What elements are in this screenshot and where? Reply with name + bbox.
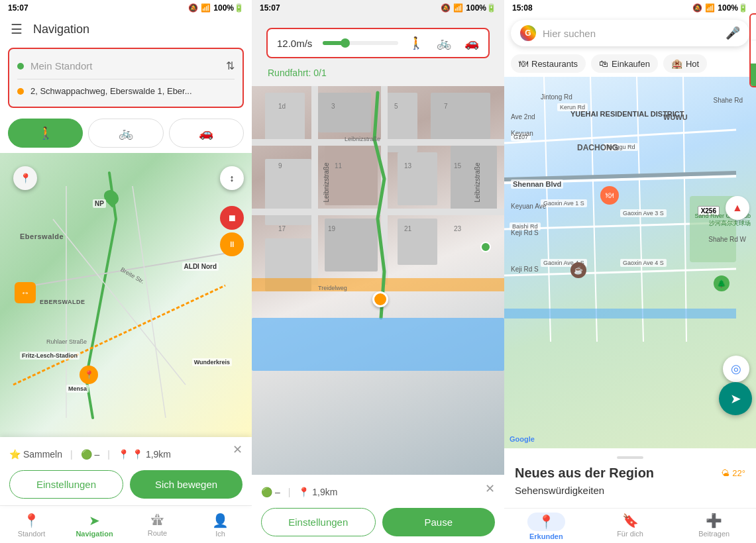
nav-item-erkunden[interactable]: 📍 Erkunden (504, 513, 588, 540)
ave2nd-label: Ave 2nd (511, 113, 535, 121)
nav-item-navigation[interactable]: ➤ Navigation (63, 510, 126, 540)
car-mode-btn[interactable]: 🚗 (169, 119, 244, 148)
category-chips: 🍽 Restaurants 🛍 Einkaufen 🏨 Hot (504, 50, 756, 77)
nav-item-ich[interactable]: 👤 Ich (189, 510, 252, 540)
num-17: 17 (278, 225, 286, 232)
svg-rect-21 (252, 318, 504, 371)
map-area-1[interactable]: 📍 ↕ ⏹ ⏸ 📍 ↔ Eberswalde EBERSWALDE Breite… (0, 153, 252, 437)
svg-rect-17 (381, 86, 388, 285)
svg-line-3 (133, 186, 166, 418)
walk-mode-btn[interactable]: 🚶 (8, 119, 83, 148)
side-btn-up[interactable]: ⌃ (751, 15, 756, 40)
compass-btn[interactable]: ▲ (726, 196, 749, 220)
pause-btn-map[interactable]: ⏸ (220, 232, 244, 256)
beitragen-label: Beitragen (698, 530, 729, 538)
time-3: 15:08 (512, 3, 533, 13)
search-area: Mein Standort ⇅ 2, Schwappachweg, Ebersw… (8, 48, 244, 108)
map-area-2[interactable]: Leibnizstraße Leibnizstraße Leibnizstraß… (252, 86, 504, 475)
search-placeholder-3[interactable]: Hier suchen (543, 28, 719, 39)
sep-3: | (288, 487, 291, 497)
park-pin-1[interactable]: 🌲 (714, 275, 729, 291)
num-7: 7 (444, 103, 448, 110)
keyuan-label: Keyuan (511, 130, 533, 137)
search-dest-row[interactable]: 2, Schwappachweg, Eberswalde 1, Eber... (17, 82, 235, 100)
settings-btn-1[interactable]: Einstellungen (9, 470, 123, 499)
svg-rect-5 (265, 93, 305, 146)
status-icons-3: 🔕 📶 100%🔋 (692, 3, 748, 13)
close-btn-2[interactable]: ✕ (485, 481, 495, 496)
coffee-pin-1[interactable]: ☕ (570, 262, 586, 278)
time-1: 15:07 (8, 3, 28, 13)
stop-icon: ⏹ (227, 213, 237, 223)
ich-label: Ich (215, 530, 225, 538)
swap-icon[interactable]: ⇅ (226, 60, 235, 72)
route-icon: 🛣 (151, 513, 164, 528)
mic-btn[interactable]: 🎤 (726, 26, 740, 40)
nav-item-standort[interactable]: 📍 Standort (0, 510, 63, 540)
restaurant-pin-1[interactable]: 🍽 (600, 186, 619, 205)
wuwu-label: WUWU (663, 113, 688, 121)
chip-hotel[interactable]: 🏨 Hot (663, 54, 707, 73)
google-search-bar[interactable]: G Hier suchen 🎤 ⌃ ⌂ ⏸ (511, 20, 749, 46)
map-area-3[interactable]: G107 Kerun Rd Tonggu Rd Shennan Blvd Bai… (504, 77, 756, 448)
car-icon-speed: 🚗 (464, 36, 479, 50)
num-3: 3 (331, 103, 335, 110)
walk-icon-speed: 🚶 (409, 36, 423, 50)
erkunden-icon: 📍 (527, 513, 565, 531)
bike-icon-speed: 🚲 (437, 36, 451, 50)
distance-icon-2: 📍 (298, 487, 309, 497)
action-buttons-2: Einstellungen Pause (261, 508, 495, 536)
side-btn-pause[interactable]: ⏸ (751, 64, 756, 86)
map-roads-svg (0, 153, 252, 437)
directions-fab[interactable]: ➤ (719, 382, 752, 415)
trip-info-2: 🟢 – | 📍 1,9km (261, 481, 495, 503)
chip-restaurants[interactable]: 🍽 Restaurants (511, 54, 586, 73)
chip-einkaufen[interactable]: 🛍 Einkaufen (591, 54, 658, 73)
location-center-icon: ◎ (731, 362, 741, 376)
gaoxin1s-label: Gaoxin Ave 1 S (541, 199, 587, 207)
street-label-p2-2: Leibnizstraße (474, 162, 481, 202)
erkunden-label: Erkunden (529, 532, 563, 540)
stop-btn[interactable]: ⏹ (220, 206, 244, 230)
city-label: Eberswalde (20, 232, 64, 240)
side-panel-container: ⌃ ⌂ ⏸ (749, 13, 756, 87)
side-btn-home[interactable]: ⌂ (751, 40, 756, 64)
shahe2-label: Shahe Rd W (708, 236, 746, 243)
h-street-label-1: Leibnizstraße (345, 136, 380, 142)
settings-btn-2[interactable]: Einstellungen (261, 508, 376, 536)
shahe-label: Shahe Rd (714, 97, 743, 104)
gaoxin3s-label: Gaoxin Ave 3 S (620, 209, 667, 217)
location-btn-1[interactable]: 📍 (13, 166, 37, 190)
close-btn-1[interactable]: ✕ (233, 442, 243, 457)
time-2: 15:07 (260, 3, 280, 13)
nav-item-beitragen[interactable]: ➕ Beitragen (672, 513, 756, 540)
pause-btn[interactable]: Pause (382, 508, 496, 536)
svg-rect-9 (265, 159, 311, 225)
map-bg-1: 📍 ↕ ⏹ ⏸ 📍 ↔ Eberswalde EBERSWALDE Breite… (0, 153, 252, 437)
nav-item-fuer-dich[interactable]: 🔖 Für dich (588, 513, 673, 540)
rundfahrt-label: Rundfahrt: (268, 68, 311, 78)
bottom-panel-1: ✕ ⭐ Sammeln | 🟢 – | 📍 📍 1,9km Einstellun… (0, 437, 252, 505)
num-21: 21 (404, 225, 411, 232)
layers-btn[interactable]: ↕ (220, 166, 244, 190)
search-start-row[interactable]: Mein Standort ⇅ (17, 56, 235, 76)
menu-icon[interactable]: ☰ (11, 21, 23, 37)
location-center-btn[interactable]: ◎ (723, 356, 749, 382)
start-input[interactable]: Mein Standort (30, 60, 226, 72)
status-bar-3: 15:08 🔕 📶 100%🔋 (504, 0, 756, 16)
waypoint-dot (480, 242, 491, 252)
region-header: Neues aus der Region 🌤 22° (515, 466, 745, 481)
nav-title: Navigation (33, 23, 89, 36)
krd-label: Keji Rd S (511, 229, 539, 236)
route-icon-2: 🟢 – (261, 487, 280, 497)
dest-input[interactable]: 2, Schwappachweg, Eberswalde 1, Eber... (30, 86, 235, 96)
bike-mode-btn[interactable]: 🚲 (88, 119, 163, 148)
nav-item-route[interactable]: 🛣 Route (126, 510, 189, 540)
mensa-label: Mensa (66, 385, 89, 393)
move-btn[interactable]: Sich bewegen (130, 470, 243, 499)
distance-icon-1: 📍 (118, 449, 129, 460)
ich-icon: 👤 (212, 513, 229, 528)
jintong-label: Jintong Rd (541, 93, 572, 101)
aldi-label: ALDI Nord (182, 262, 219, 271)
svg-rect-15 (398, 219, 437, 265)
